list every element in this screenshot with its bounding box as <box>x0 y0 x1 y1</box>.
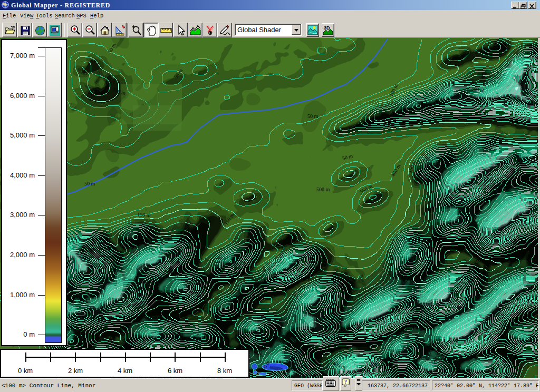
svg-text:?: ? <box>344 379 347 385</box>
svg-text:50 m: 50 m <box>84 181 95 187</box>
svg-text:3D: 3D <box>324 25 330 31</box>
svg-text:50 m: 50 m <box>477 110 488 116</box>
svg-text:150 m: 150 m <box>137 211 151 218</box>
svg-text:50 m: 50 m <box>307 113 319 119</box>
svg-text:500 m: 500 m <box>316 187 330 192</box>
